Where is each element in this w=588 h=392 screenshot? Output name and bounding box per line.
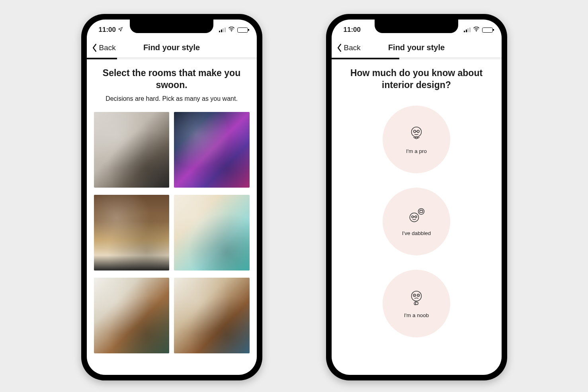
room-tile-6[interactable] bbox=[174, 278, 250, 353]
options-list: I'm a pro I've dabbled bbox=[332, 91, 502, 337]
headline: How much do you know about interior desi… bbox=[340, 67, 494, 91]
option-label: I'm a noob bbox=[404, 312, 429, 318]
back-label: Back bbox=[344, 43, 361, 52]
subhead: Decisions are hard. Pick as many as you … bbox=[95, 95, 249, 102]
noob-face-icon bbox=[407, 288, 426, 308]
option-label: I've dabbled bbox=[402, 230, 431, 236]
svg-point-7 bbox=[412, 216, 414, 218]
phone-mockup-1: 11:00 Back Find your style bbox=[81, 14, 262, 380]
option-dabbled[interactable]: I've dabbled bbox=[383, 188, 450, 255]
svg-point-17 bbox=[414, 295, 415, 296]
status-time: 11:00 bbox=[99, 26, 116, 34]
wifi-icon bbox=[228, 26, 235, 34]
svg-point-18 bbox=[418, 295, 419, 296]
room-tile-3[interactable] bbox=[94, 195, 170, 270]
svg-point-3 bbox=[414, 130, 416, 133]
svg-point-10 bbox=[418, 209, 424, 215]
headline: Select the rooms that make you swoon. bbox=[95, 67, 249, 91]
svg-point-1 bbox=[476, 31, 477, 31]
cellular-signal-icon bbox=[464, 27, 471, 32]
dabbled-face-icon bbox=[406, 206, 426, 226]
chevron-left-icon bbox=[92, 43, 98, 52]
svg-point-19 bbox=[416, 302, 418, 305]
location-arrow-icon bbox=[118, 26, 123, 34]
option-label: I'm a pro bbox=[406, 148, 427, 154]
back-button[interactable]: Back bbox=[92, 43, 116, 52]
room-grid bbox=[87, 102, 257, 353]
phone-screen-2: 11:00 Back Find your style How much do y… bbox=[332, 20, 502, 375]
svg-point-0 bbox=[231, 31, 232, 31]
pro-face-icon bbox=[407, 124, 426, 144]
phone-notch bbox=[375, 20, 458, 33]
room-tile-1[interactable] bbox=[94, 112, 170, 188]
nav-bar: Back Find your style bbox=[332, 38, 502, 58]
nav-bar: Back Find your style bbox=[87, 38, 257, 58]
phone-mockup-2: 11:00 Back Find your style How much do y… bbox=[326, 14, 507, 380]
battery-icon bbox=[482, 27, 493, 33]
svg-point-6 bbox=[410, 213, 418, 222]
battery-icon bbox=[237, 27, 248, 33]
svg-rect-11 bbox=[420, 210, 422, 213]
status-time: 11:00 bbox=[344, 26, 361, 34]
chevron-left-icon bbox=[336, 43, 342, 52]
svg-point-14 bbox=[412, 291, 422, 301]
svg-point-8 bbox=[415, 216, 417, 218]
option-pro[interactable]: I'm a pro bbox=[383, 106, 450, 173]
room-tile-2[interactable] bbox=[174, 112, 250, 188]
room-tile-5[interactable] bbox=[94, 278, 170, 353]
wifi-icon bbox=[473, 26, 480, 34]
cellular-signal-icon bbox=[219, 27, 226, 32]
phone-notch bbox=[130, 20, 213, 33]
back-label: Back bbox=[99, 43, 116, 52]
svg-point-4 bbox=[417, 130, 419, 133]
room-tile-4[interactable] bbox=[174, 195, 250, 270]
phone-screen-1: 11:00 Back Find your style bbox=[87, 20, 257, 375]
svg-point-2 bbox=[412, 127, 422, 137]
option-noob[interactable]: I'm a noob bbox=[383, 270, 450, 337]
back-button[interactable]: Back bbox=[336, 43, 361, 52]
